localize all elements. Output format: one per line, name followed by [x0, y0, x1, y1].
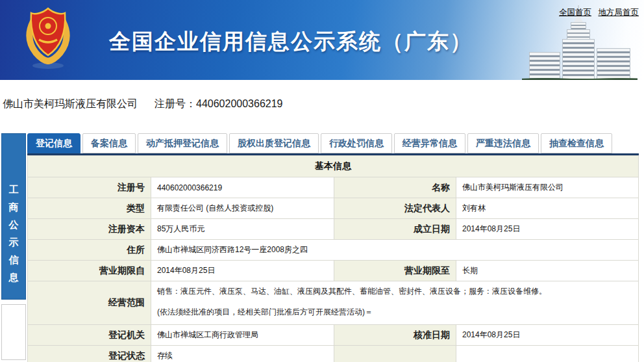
sidebar-item-gongshang-gongshi[interactable]: 工商公示信息	[1, 133, 26, 300]
legal-rep-value: 刘有林	[456, 198, 639, 219]
reg-capital-label: 注册资本	[28, 219, 151, 240]
header-banner: 全国企业信用信息公示系统（广东） 全国首页 地方局首页	[0, 0, 644, 80]
type-value: 有限责任公司 (自然人投资或控股)	[151, 198, 334, 219]
section-title: 基本信息	[28, 156, 639, 177]
left-sidebar: 工商公示信息	[1, 133, 26, 360]
tab-dengji-xinxi[interactable]: 登记信息	[27, 133, 80, 153]
business-scope-line2: (依法须经批准的项目，经相关部门批准后方可开展经营活动)＝	[157, 307, 632, 318]
est-date-value: 2014年08月25日	[456, 219, 639, 240]
table-row: 注册资本 85万人民币元 成立日期 2014年08月25日	[28, 219, 639, 240]
tab-dongchan-diya[interactable]: 动产抵押登记信息	[138, 133, 227, 153]
reg-no-value: 440602000366219	[151, 177, 334, 198]
company-headline: 佛山市美柯玛斯液压有限公司注册号：440602000366219	[3, 97, 644, 111]
tab-choucha-jiancha[interactable]: 抽查检查信息	[541, 133, 612, 153]
basic-info-table: 基本信息 注册号 440602000366219 名称 佛山市美柯玛斯液压有限公…	[27, 155, 639, 362]
reg-authority-label: 登记机关	[28, 325, 151, 346]
table-section-row: 基本信息	[28, 156, 639, 177]
building-right-wing	[597, 48, 630, 80]
reg-capital-value: 85万人民币元	[151, 219, 334, 240]
term-to-value: 长期	[456, 261, 639, 281]
legal-rep-label: 法定代表人	[334, 198, 456, 219]
tab-jingying-yichang[interactable]: 经营异常信息	[394, 133, 465, 153]
business-scope-label: 经营范围	[28, 281, 151, 325]
type-label: 类型	[28, 198, 151, 219]
table-row: 类型 有限责任公司 (自然人投资或控股) 法定代表人 刘有林	[28, 198, 639, 219]
sidebar-empty-panel	[1, 304, 26, 360]
header-links: 全国首页 地方局首页	[554, 7, 639, 18]
info-tabbar: 登记信息 备案信息 动产抵押登记信息 股权出质登记信息 行政处罚信息 经营异常信…	[27, 133, 639, 153]
address-value: 佛山市禅城区同济西路12号一座2008房之四	[151, 240, 639, 261]
tab-guquan-chuzhi[interactable]: 股权出质登记信息	[229, 133, 319, 153]
local-bureau-home-link[interactable]: 地方局首页	[599, 8, 639, 17]
business-scope-line1: 销售：液压元件、液压泵、马达、油缸、液压阀及其配件、蓄能油管、密封件、液压设备；…	[157, 286, 632, 297]
reg-status-value: 存续	[151, 346, 334, 362]
table-row: 登记机关 佛山市禅城区工商行政管理局 核准日期 2014年08月25日	[28, 325, 639, 346]
term-to-label: 营业期限至	[334, 261, 456, 281]
reg-status-label: 登记状态	[28, 346, 151, 362]
content-area: 登记信息 备案信息 动产抵押登记信息 股权出质登记信息 行政处罚信息 经营异常信…	[27, 133, 639, 362]
table-row: 经营范围 销售：液压元件、液压泵、马达、油缸、液压阀及其配件、蓄能油管、密封件、…	[28, 281, 639, 325]
approval-date-label: 核准日期	[334, 325, 456, 346]
trees-decoration	[522, 76, 638, 80]
approval-date-value: 2014年08月25日	[456, 325, 639, 346]
table-row: 住所 佛山市禅城区同济西路12号一座2008房之四	[28, 240, 639, 261]
tab-xingzheng-chufa[interactable]: 行政处罚信息	[321, 133, 392, 153]
company-registration-number: 注册号：440602000366219	[155, 98, 282, 109]
term-from-value: 2014年08月25日	[151, 261, 334, 281]
est-date-label: 成立日期	[334, 219, 456, 240]
business-scope-value: 销售：液压元件、液压泵、马达、油缸、液压阀及其配件、蓄能油管、密封件、液压设备；…	[151, 281, 639, 325]
reg-no-label: 注册号	[28, 177, 151, 198]
empty-value-cell	[456, 346, 639, 362]
reg-authority-value: 佛山市禅城区工商行政管理局	[151, 325, 334, 346]
tab-yanzhong-weifa[interactable]: 严重违法信息	[467, 133, 539, 153]
sidebar-item-label: 工商公示信息	[8, 181, 19, 286]
table-row: 注册号 440602000366219 名称 佛山市美柯玛斯液压有限公司	[28, 177, 639, 198]
address-label: 住所	[28, 240, 151, 261]
tab-beian-xinxi[interactable]: 备案信息	[82, 133, 136, 153]
table-row: 登记状态 存续	[28, 346, 639, 362]
national-home-link[interactable]: 全国首页	[559, 8, 591, 17]
term-from-label: 营业期限自	[28, 261, 151, 281]
main-area: 工商公示信息 登记信息 备案信息 动产抵押登记信息 股权出质登记信息 行政处罚信…	[0, 133, 644, 362]
company-name: 佛山市美柯玛斯液压有限公司	[3, 98, 138, 109]
site-title: 全国企业信用信息公示系统（广东）	[109, 27, 473, 57]
name-label: 名称	[334, 177, 456, 198]
name-value: 佛山市美柯玛斯液压有限公司	[456, 177, 639, 198]
saic-shield-emblem-icon	[23, 3, 73, 73]
table-row: 营业期限自 2014年08月25日 营业期限至 长期	[28, 261, 639, 281]
empty-label-cell	[334, 346, 456, 362]
